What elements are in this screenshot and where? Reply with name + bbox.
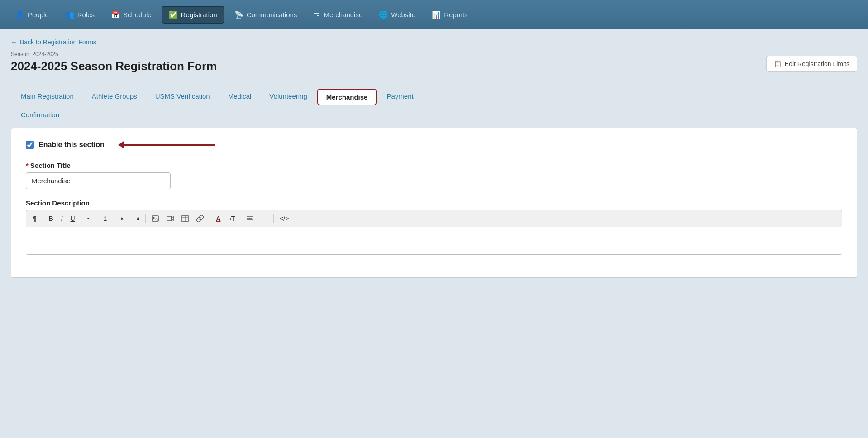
schedule-icon: 📅 [111,10,120,19]
tabs-row-second: Confirmation [11,107,857,122]
tabs-container: Main Registration Athlete Groups USMS Ve… [11,82,857,122]
nav-label-schedule: Schedule [123,11,152,19]
nav-label-registration: Registration [181,11,217,19]
arrow-head [118,141,124,149]
rte-table-button[interactable] [178,213,192,224]
tab-usms-verification[interactable]: USMS Verification [147,89,218,105]
nav-item-roles[interactable]: 👥 Roles [59,7,101,23]
rte-italic-button[interactable]: I [58,213,66,224]
rte-text-size-button[interactable]: aT [225,213,238,224]
rte-text-color-button[interactable]: A [213,213,224,224]
nav-label-reports: Reports [444,11,468,19]
roles-icon: 👥 [65,10,74,19]
rte-bold-button[interactable]: B [46,213,57,224]
nav-item-website[interactable]: 🌐 Website [372,7,422,23]
svg-rect-0 [152,216,158,221]
nav-item-registration[interactable]: ✅ Registration [162,6,224,24]
required-star: * [26,162,29,169]
tab-volunteering[interactable]: Volunteering [261,89,315,105]
website-icon: 🌐 [379,10,388,19]
nav-label-merchandise: Merchandise [324,11,362,19]
rte-indent-decrease-button[interactable]: ⇤ [118,213,129,224]
rte-paragraph-button[interactable]: ¶ [30,213,40,224]
tab-merchandise[interactable]: Merchandise [317,89,377,105]
rte-link-button[interactable] [193,213,207,224]
tab-athlete-groups[interactable]: Athlete Groups [84,89,145,105]
rte-separator-6 [273,214,274,223]
section-description-label: Section Description [26,199,842,207]
rte-separator-3 [145,214,146,223]
nav-item-reports[interactable]: 📊 Reports [425,7,474,23]
rte-separator-5 [241,214,241,223]
tab-confirmation[interactable]: Confirmation [13,107,67,122]
tab-payment[interactable]: Payment [378,89,421,105]
communications-icon: 📡 [234,10,243,19]
section-title-input[interactable] [26,172,171,189]
nav-item-merchandise[interactable]: 🛍 Merchandise [307,7,369,23]
tab-medical[interactable]: Medical [220,89,260,105]
back-arrow-icon: ← [11,38,17,46]
top-navigation: 👤 People 👥 Roles 📅 Schedule ✅ Registrati… [0,0,868,29]
nav-label-communications: Communications [247,11,297,19]
rte-separator-1 [43,214,43,223]
section-title-group: * Section Title [26,162,842,189]
rte-separator-4 [210,214,210,223]
rte-video-button[interactable] [163,213,177,224]
people-icon: 👤 [15,10,24,19]
page-title: 2024-2025 Season Registration Form [11,59,217,73]
nav-label-people: People [28,11,49,19]
rich-text-editor: ¶ B I U •— 1— ⇤ ⇥ [26,210,842,255]
main-content: ← Back to Registration Forms Season: 202… [0,29,868,438]
svg-rect-2 [167,216,172,221]
rte-ordered-list-button[interactable]: 1— [100,213,117,224]
tab-main-registration[interactable]: Main Registration [13,89,82,105]
registration-icon: ✅ [169,10,178,19]
rte-image-button[interactable] [148,213,162,224]
rte-toolbar: ¶ B I U •— 1— ⇤ ⇥ [26,210,842,227]
arrow-line [124,144,215,146]
season-label: Season: 2024-2025 [11,51,217,57]
page-header: Season: 2024-2025 2024-2025 Season Regis… [11,51,857,73]
nav-label-roles: Roles [77,11,95,19]
enable-section-checkbox[interactable] [26,141,34,149]
section-title-label: * Section Title [26,162,842,169]
arrow-annotation [118,141,215,149]
merchandise-icon: 🛍 [313,11,320,19]
rte-separator-2 [81,214,81,223]
edit-limits-icon: 📋 [774,60,782,67]
section-description-group: Section Description ¶ B I U •— 1— ⇤ ⇥ [26,199,842,255]
reports-icon: 📊 [432,10,441,19]
rte-bullet-list-button[interactable]: •— [84,213,99,224]
tabs-row: Main Registration Athlete Groups USMS Ve… [11,89,857,105]
rte-indent-increase-button[interactable]: ⇥ [131,213,143,224]
enable-section-label: Enable this section [38,141,105,149]
rte-hr-button[interactable]: — [258,213,271,224]
edit-registration-limits-button[interactable]: 📋 Edit Registration Limits [766,56,857,72]
nav-item-communications[interactable]: 📡 Communications [228,7,304,23]
rte-align-button[interactable] [244,214,257,224]
enable-section-row: Enable this section [26,141,842,149]
page-header-left: Season: 2024-2025 2024-2025 Season Regis… [11,51,217,73]
nav-item-schedule[interactable]: 📅 Schedule [105,7,158,23]
back-link[interactable]: ← Back to Registration Forms [11,38,857,46]
rte-underline-button[interactable]: U [67,213,78,224]
rte-source-button[interactable]: </> [277,213,292,224]
rte-body[interactable] [26,227,842,254]
nav-item-people[interactable]: 👤 People [9,7,55,23]
form-panel: Enable this section * Section Title Sect… [11,128,857,278]
nav-label-website: Website [391,11,415,19]
